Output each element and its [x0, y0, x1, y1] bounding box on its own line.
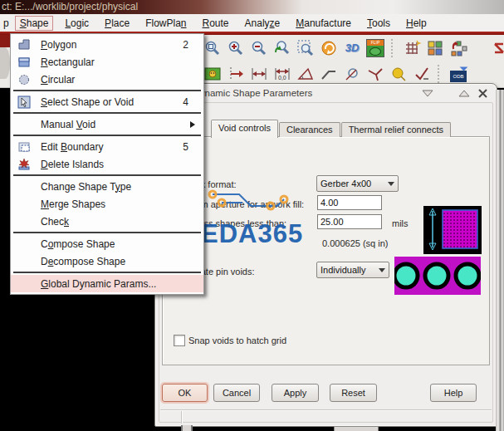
menu-item-decompose-shape[interactable]: Decompose Shape [11, 252, 203, 270]
application-window: ct: E:.../worklib/project/physical p Sha… [0, 0, 504, 431]
delete-islands-icon [16, 158, 32, 171]
toolbar-separator [438, 65, 443, 83]
highlight-dot-icon[interactable] [389, 64, 409, 84]
chevron-down-icon [388, 182, 394, 186]
menu-item-change-shape-type[interactable]: Change Shape Type [11, 178, 203, 195]
min-aperture-input[interactable] [317, 195, 382, 210]
menubar-partial-item[interactable]: p [3, 17, 9, 29]
menu-flowplan[interactable]: FlowPlan [141, 17, 190, 30]
pin-voids-select[interactable]: Individually [316, 262, 389, 278]
circle-tangent-icon[interactable] [342, 64, 362, 84]
zoom-in-icon[interactable] [226, 38, 246, 58]
snap-voids-label: Snap voids to hatch grid [188, 335, 286, 345]
dialog-global-dynamic-shape-parameters: Global Dynamic Shape Parameters Void con… [154, 83, 497, 427]
color-priority-icon[interactable] [448, 38, 468, 58]
dialog-tabs: Void controls Clearances Thermal relief … [211, 120, 452, 137]
status-divider [181, 411, 183, 424]
menu-item-check[interactable]: Check [11, 213, 203, 230]
shortcut: 4 [183, 96, 188, 108]
pin-voids-preview [394, 257, 481, 295]
svg-text:0,0: 0,0 [278, 75, 286, 81]
color-visibility-icon[interactable] [425, 38, 445, 58]
cancel-button[interactable]: Cancel [213, 384, 260, 402]
zoom-fit-icon[interactable] [296, 38, 316, 58]
dimension-origin-icon[interactable]: 0,0 [272, 64, 292, 84]
status-groove [160, 409, 492, 411]
polygon-icon [16, 38, 32, 51]
window-titlebar: ct: E:.../worklib/project/physical [0, 0, 504, 14]
dimension-right-icon[interactable] [226, 64, 246, 84]
board-icon[interactable] [203, 64, 223, 84]
area-readout: 0.000625 (sq in) [322, 238, 389, 248]
menu-separator [13, 272, 201, 273]
toolbar-separator [391, 39, 396, 57]
docked-panel-edge[interactable] [496, 90, 504, 431]
zoom-previous-icon[interactable] [272, 38, 292, 58]
slope-line-icon[interactable] [319, 64, 339, 84]
menu-separator [13, 232, 201, 233]
menu-shape[interactable]: Shape [15, 16, 54, 31]
menu-route[interactable]: Route [198, 17, 233, 30]
menu-separator [13, 90, 201, 91]
menu-item-compose-shape[interactable]: Compose Shape [11, 235, 203, 252]
menu-item-delete-islands[interactable]: Delete Islands [11, 155, 203, 173]
menu-item-rectangular[interactable]: Rectangular [11, 53, 203, 71]
help-button[interactable]: Help [430, 384, 477, 402]
zoom-points-icon[interactable] [203, 38, 223, 58]
menu-analyze[interactable]: Analyze [241, 17, 285, 30]
scrollbar-fragment [181, 425, 193, 431]
close-icon[interactable] [476, 88, 489, 98]
menu-separator [13, 174, 201, 176]
intersect-lines-icon[interactable] [365, 64, 385, 84]
circle-icon [16, 73, 32, 86]
menu-separator [13, 112, 201, 114]
shortcut: 2 [183, 39, 188, 51]
zoom-out-icon[interactable] [249, 38, 269, 58]
snap-voids-checkbox[interactable] [174, 335, 185, 346]
roll-down-icon[interactable] [421, 88, 434, 98]
menu-item-circular[interactable]: Circular [11, 71, 203, 88]
window-fragment [334, 426, 379, 431]
shape-menu-popup: Polygon 2 Rectangular Circular Select Sh… [10, 33, 204, 295]
3d-view-icon[interactable]: 3D [342, 38, 362, 58]
select-cursor-icon [16, 96, 32, 109]
menu-item-select-shape-or-void[interactable]: Select Shape or Void 4 [11, 93, 203, 110]
roll-up-icon[interactable] [458, 88, 471, 98]
void-controls-tab-page: Artwork format: Gerber 4x00 Minimum aper… [162, 136, 490, 365]
menu-help[interactable]: Help [402, 17, 431, 30]
tab-clearances[interactable]: Clearances [279, 122, 340, 137]
clipped-toolbar-icon[interactable] [491, 38, 504, 58]
angle-dimension-icon[interactable] [296, 64, 316, 84]
menu-item-manual-void[interactable]: Manual Void [11, 115, 203, 133]
flip-board-icon[interactable]: FLIP [365, 38, 385, 58]
menu-item-edit-boundary[interactable]: Edit Boundary 5 [11, 138, 203, 155]
window-title: ct: E:.../worklib/project/physical [2, 1, 138, 12]
menu-manufacture[interactable]: Manufacture [291, 17, 355, 30]
artwork-format-select[interactable]: Gerber 4x00 [316, 175, 399, 192]
verify-check-icon[interactable] [412, 64, 432, 84]
menu-place[interactable]: Place [100, 17, 134, 30]
rectangle-icon [16, 56, 32, 69]
tab-thermal-relief-connects[interactable]: Thermal relief connects [341, 122, 451, 137]
submenu-arrow-icon [190, 121, 195, 128]
odb-export-icon[interactable]: ODB [448, 64, 468, 84]
menu-tools[interactable]: Tools [363, 17, 394, 30]
shortcut: 5 [183, 141, 188, 153]
reset-button[interactable]: Reset [330, 384, 377, 402]
ok-button[interactable]: OK [162, 384, 208, 402]
tab-void-controls[interactable]: Void controls [211, 120, 278, 138]
mils-unit-label: mils [392, 218, 409, 228]
menu-item-merge-shapes[interactable]: Merge Shapes [11, 195, 203, 213]
dimension-span-icon[interactable] [249, 64, 269, 84]
shape-fill-preview [423, 206, 482, 254]
toolbar-left-round-fragment [0, 47, 10, 79]
menu-separator [13, 135, 201, 136]
suppress-shapes-input[interactable] [317, 214, 382, 229]
apply-button[interactable]: Apply [272, 384, 319, 402]
menu-item-global-dynamic-params[interactable]: Global Dynamic Params... [11, 275, 203, 292]
menubar: p Shape Logic Place FlowPlan Route Analy… [0, 14, 504, 32]
menu-logic[interactable]: Logic [61, 17, 93, 30]
menu-item-polygon[interactable]: Polygon 2 [11, 36, 203, 53]
redraw-icon[interactable] [319, 38, 339, 58]
grid-toggle-icon[interactable] [402, 38, 422, 58]
